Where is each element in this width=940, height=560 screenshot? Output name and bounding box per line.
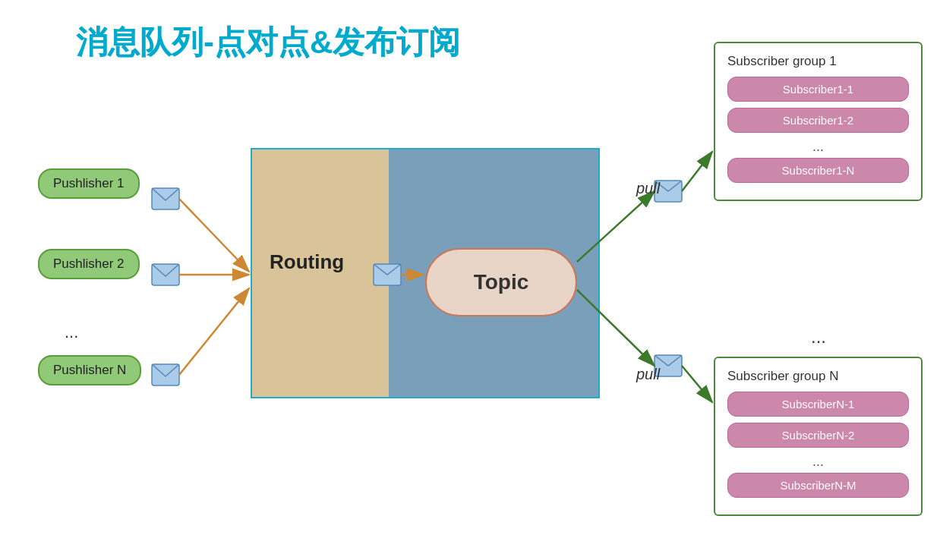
envelope-sub1 bbox=[655, 181, 682, 202]
envelope-subn bbox=[655, 355, 682, 376]
envelope-pub1 bbox=[152, 188, 179, 209]
sub-group-1-title: Subscriber group 1 bbox=[727, 54, 909, 69]
subscriber-n-m: SubscriberN-M bbox=[727, 473, 909, 498]
svg-text:pull: pull bbox=[636, 180, 661, 197]
publisher-1: Pushlisher 1 bbox=[38, 168, 140, 199]
subscriber-n-2: SubscriberN-2 bbox=[727, 423, 909, 448]
svg-line-13 bbox=[682, 152, 712, 191]
sub-1-dots: ... bbox=[727, 139, 909, 155]
svg-text:pull: pull bbox=[636, 366, 661, 382]
subscriber-1-2: Subscriber1-2 bbox=[727, 108, 909, 133]
svg-rect-5 bbox=[152, 364, 179, 385]
sub-group-n-title: Subscriber group N bbox=[727, 369, 909, 384]
envelope-pub2 bbox=[152, 264, 179, 285]
svg-rect-4 bbox=[152, 264, 179, 285]
svg-line-6 bbox=[179, 199, 249, 272]
svg-line-8 bbox=[179, 288, 249, 375]
subscriber-1-1: Subscriber1-1 bbox=[727, 77, 909, 102]
page-title: 消息队列-点对点&发布订阅 bbox=[76, 21, 460, 64]
publisher-n: Pushlisher N bbox=[38, 355, 141, 385]
publisher-dots: ... bbox=[65, 322, 78, 342]
subscriber-group-1: Subscriber group 1 Subscriber1-1 Subscri… bbox=[714, 42, 923, 201]
envelope-pubn bbox=[152, 364, 179, 385]
subscriber-1-n: Subscriber1-N bbox=[727, 158, 909, 183]
groups-mid-dots: ... bbox=[811, 326, 826, 348]
svg-rect-11 bbox=[655, 181, 682, 202]
routing-label: Routing bbox=[270, 250, 344, 274]
svg-line-17 bbox=[682, 366, 712, 402]
sub-n-dots: ... bbox=[727, 454, 909, 470]
svg-rect-15 bbox=[655, 355, 682, 376]
topic-pill: Topic bbox=[425, 248, 577, 316]
svg-rect-3 bbox=[152, 188, 179, 209]
publisher-2: Pushlisher 2 bbox=[38, 249, 140, 279]
subscriber-n-1: SubscriberN-1 bbox=[727, 392, 909, 417]
subscriber-group-n: Subscriber group N SubscriberN-1 Subscri… bbox=[714, 357, 923, 516]
